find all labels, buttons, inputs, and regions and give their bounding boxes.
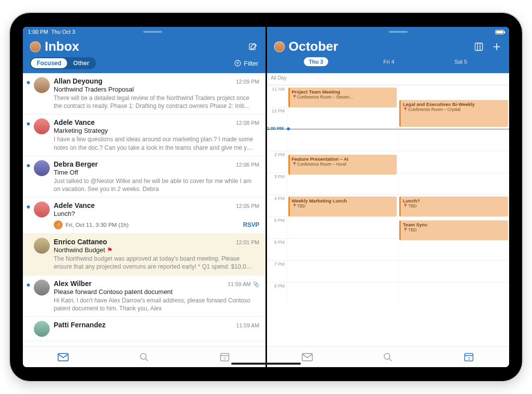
mail-bottom-bar: 3 [23, 346, 266, 367]
mail-preview: I have a few questions and ideas around … [54, 135, 260, 151]
mail-time: 12:09 PM [236, 79, 259, 85]
ipad-frame: 1:00 PM Thu Oct 3 Inbox [10, 13, 522, 381]
event-text: Fri, Oct 11, 3:30 PM (1h) [66, 222, 129, 228]
svg-point-8 [384, 353, 390, 359]
calendar-event[interactable]: Weekly Marketing Lunch📍TBD [288, 197, 397, 216]
tab-mail[interactable] [54, 351, 72, 364]
compose-button[interactable] [248, 41, 259, 52]
flag-icon: ⚑ [107, 246, 113, 254]
calendar-event[interactable]: Lunch?📍TBD [399, 197, 508, 216]
mail-preview: There will be a detailed legal review of… [54, 94, 260, 110]
mail-time: 12:06 PM [236, 162, 259, 168]
mail-item[interactable]: Alex Wilber11:59 AM 📎Please forward Cont… [23, 276, 266, 317]
svg-text:3: 3 [224, 356, 226, 361]
mail-title: Inbox [45, 39, 79, 54]
sender-avatar [34, 201, 50, 217]
mail-item[interactable]: Debra Berger12:06 PM Time OffJust talked… [23, 156, 266, 197]
tab-mail[interactable] [298, 351, 316, 364]
mail-time: 12:05 PM [236, 203, 259, 209]
mail-item[interactable]: Adele Vance12:08 PM Marketing StrategyI … [23, 114, 266, 156]
mail-list[interactable]: Allan Deyoung12:09 PM Northwind Traders … [23, 73, 266, 346]
day-pill[interactable]: Fri 4 [378, 57, 399, 66]
hour-label: 6 PM [267, 238, 287, 260]
tab-focused[interactable]: Focused [31, 58, 67, 68]
view-mode-button[interactable] [473, 41, 484, 52]
mail-item[interactable]: Enrico Cattaneo12:01 PM Northwind Budget… [23, 234, 266, 275]
now-indicator: 1:00 PM [267, 129, 510, 129]
tab-search[interactable] [379, 351, 397, 364]
split-drag-handle-right[interactable] [389, 31, 408, 33]
hour-label [267, 129, 287, 151]
mail-header: Inbox Focused Other Filter [23, 37, 266, 73]
mail-sender: Patti Fernandez [54, 321, 105, 329]
mail-item[interactable]: Adele Vance12:05 PM Lunch?🍴Fri, Oct 11, … [23, 197, 266, 234]
svg-rect-6 [475, 43, 483, 50]
unread-dot [27, 122, 30, 125]
mail-time: 11:59 AM [236, 322, 259, 328]
mail-time: 12:01 PM [236, 239, 259, 245]
hour-label: 7 PM [267, 260, 287, 282]
event-location: 📍Conference Room – Hood [292, 162, 395, 167]
tab-calendar[interactable]: 3 [460, 351, 478, 364]
event-location: 📍Conference Room – Crystal [403, 107, 506, 112]
hour-label: 4 PM [267, 195, 287, 216]
calendar-event[interactable]: Project Team Meeting📍Conference Room – S… [288, 88, 397, 107]
mail-sender: Alex Wilber [54, 280, 91, 288]
add-event-button[interactable] [491, 41, 502, 52]
account-avatar[interactable] [274, 41, 285, 52]
unread-dot [27, 164, 30, 167]
event-chip[interactable]: 🍴Fri, Oct 11, 3:30 PM (1h)RSVP [54, 220, 260, 229]
inbox-segmented[interactable]: Focused Other [30, 57, 96, 69]
account-avatar[interactable] [30, 41, 41, 52]
sender-avatar [34, 280, 50, 296]
calendar-event[interactable]: Feature Presentation – AI📍Conference Roo… [288, 155, 397, 175]
tab-search[interactable] [135, 351, 153, 364]
mail-item[interactable]: Patti Fernandez11:59 AM [23, 317, 266, 341]
unread-dot [27, 205, 30, 208]
hour-label: 5 PM [267, 216, 287, 238]
mail-sender: Debra Berger [54, 160, 98, 168]
status-date: Thu Oct 3 [51, 29, 75, 35]
mail-item[interactable]: Allan Deyoung12:09 PM Northwind Traders … [23, 73, 266, 114]
event-title: Project Team Meeting [292, 89, 395, 95]
calendar-bottom-bar: 3 [267, 346, 510, 367]
sender-avatar [34, 118, 50, 134]
event-location: 📍TBD [292, 203, 395, 208]
calendar-scroll[interactable]: 11 AM12 PM2 PM3 PM4 PM5 PM6 PM7 PM8 PM P… [267, 85, 510, 346]
hour-label: 8 PM [267, 282, 287, 304]
calendar-event[interactable]: Legal and Executives Bi-Weekly📍Conferenc… [399, 100, 508, 127]
event-title: Team Sync [403, 222, 506, 227]
status-bar-left: 1:00 PM Thu Oct 3 [23, 27, 266, 37]
event-location: 📍TBD [403, 203, 506, 208]
tab-other[interactable]: Other [67, 58, 95, 68]
rsvp-button[interactable]: RSVP [243, 221, 260, 228]
unread-dot [27, 81, 30, 84]
tab-calendar[interactable]: 3 [216, 351, 234, 364]
day-strip[interactable]: Thu 3Fri 4Sat 5 [274, 57, 503, 69]
sender-avatar [34, 238, 50, 254]
hour-column: 11 AM12 PM2 PM3 PM4 PM5 PM6 PM7 PM8 PM [267, 85, 287, 304]
event-col-1[interactable]: Project Team Meeting📍Conference Room – S… [287, 85, 398, 304]
calendar-header: October Thu 3Fri 4Sat 5 [267, 37, 510, 73]
calendar-title: October [289, 39, 339, 54]
split-drag-handle[interactable] [143, 31, 162, 33]
mail-sender: Adele Vance [54, 118, 95, 126]
day-pill[interactable]: Thu 3 [304, 57, 328, 66]
mail-subject: Please forward Contoso patent document [54, 288, 260, 296]
mail-preview: Hi Katri, I don't have Alex Darrow's ema… [54, 296, 260, 312]
mail-sender: Allan Deyoung [54, 77, 102, 85]
filter-button[interactable]: Filter [234, 60, 259, 67]
day-pill[interactable]: Sat 5 [449, 57, 472, 66]
sender-avatar [34, 160, 50, 176]
hour-label: 3 PM [267, 173, 287, 195]
fork-knife-icon: 🍴 [54, 220, 63, 229]
mail-pane: 1:00 PM Thu Oct 3 Inbox [23, 27, 266, 367]
mail-subject: Northwind Budget ⚑ [54, 246, 260, 254]
event-col-2[interactable]: Legal and Executives Bi-Weekly📍Conferenc… [398, 85, 509, 304]
battery-icon [495, 30, 504, 34]
calendar-event[interactable]: Team Sync📍TBD [399, 220, 508, 240]
unread-dot [27, 284, 30, 287]
home-indicator[interactable] [231, 363, 301, 365]
filter-label: Filter [244, 60, 259, 67]
calendar-pane: October Thu 3Fri 4Sat 5 All Day [267, 27, 510, 367]
